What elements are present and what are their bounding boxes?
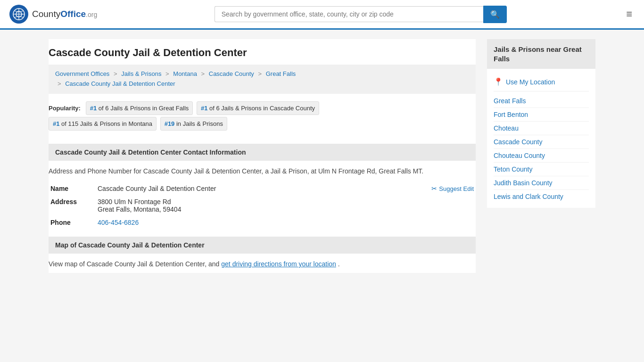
sidebar: Jails & Prisons near Great Falls 📍 Use M… [487, 39, 595, 273]
map-desc-start: View map of Cascade County Jail & Detent… [49, 260, 221, 268]
map-description: View map of Cascade County Jail & Detent… [49, 254, 476, 273]
breadcrumb: Government Offices > Jails & Prisons > M… [49, 65, 476, 94]
popularity-section: Popularity: #1 of 6 Jails & Prisons in G… [49, 94, 476, 137]
breadcrumb-sep-3: > [201, 70, 205, 77]
sidebar-link-teton-county[interactable]: Teton County [494, 163, 589, 176]
hamburger-icon: ≡ [626, 8, 632, 20]
popularity-label: Popularity: [49, 105, 81, 112]
name-label: Name [49, 182, 96, 195]
sidebar-link-great-falls[interactable]: Great Falls [494, 94, 589, 108]
page-title: Cascade County Jail & Detention Center [49, 39, 476, 65]
name-value: Cascade County Jail & Detention Center [96, 182, 372, 195]
sidebar-title: Jails & Prisons near Great Falls [487, 39, 595, 69]
popularity-badge-1: #1 of 6 Jails & Prisons in Great Falls [86, 101, 193, 115]
sidebar-content: 📍 Use My Location Great Falls Fort Bento… [487, 69, 595, 208]
logo-text: CountyOffice.org [32, 9, 97, 19]
breadcrumb-link-great-falls[interactable]: Great Falls [266, 70, 296, 77]
content-area: Cascade County Jail & Detention Center G… [49, 39, 476, 273]
sidebar-link-choteau[interactable]: Choteau [494, 122, 589, 135]
map-desc-end: . [338, 260, 340, 268]
address-label: Address [49, 195, 96, 216]
sidebar-link-lewis-clark-county[interactable]: Lewis and Clark County [494, 190, 589, 203]
logo-area: CountyOffice.org [9, 5, 97, 24]
search-area: 🔍 [215, 6, 507, 23]
contact-description: Address and Phone Number for Cascade Cou… [49, 161, 476, 180]
search-input[interactable] [215, 6, 483, 22]
popularity-badge-3: #1 of 115 Jails & Prisons in Montana [49, 117, 157, 131]
popularity-badge-4: #19 in Jails & Prisons [160, 117, 227, 131]
search-icon: 🔍 [490, 10, 500, 18]
driving-directions-link[interactable]: get driving directions from your locatio… [221, 260, 336, 268]
breadcrumb-sep-4: > [258, 70, 262, 77]
breadcrumb-link-current[interactable]: Cascade County Jail & Detention Center [65, 80, 175, 87]
use-my-location-link[interactable]: 📍 Use My Location [494, 74, 589, 91]
map-section-header: Map of Cascade County Jail & Detention C… [49, 237, 476, 254]
sidebar-link-fort-benton[interactable]: Fort Benton [494, 108, 589, 122]
breadcrumb-link-jails[interactable]: Jails & Prisons [121, 70, 161, 77]
main-container: Cascade County Jail & Detention Center G… [39, 30, 605, 282]
site-header: CountyOffice.org 🔍 ≡ [0, 0, 644, 30]
suggest-edit-cell: ✂Suggest Edit [372, 182, 476, 229]
breadcrumb-indent: > [58, 80, 61, 87]
breadcrumb-link-gov-offices[interactable]: Government Offices [55, 70, 109, 77]
table-row-name: Name Cascade County Jail & Detention Cen… [49, 182, 476, 195]
search-button[interactable]: 🔍 [483, 6, 507, 23]
sidebar-link-chouteau-county[interactable]: Chouteau County [494, 149, 589, 163]
sidebar-link-cascade-county[interactable]: Cascade County [494, 135, 589, 149]
phone-link[interactable]: 406-454-6826 [98, 219, 139, 226]
use-location-label: Use My Location [506, 78, 555, 86]
location-icon: 📍 [494, 77, 503, 86]
phone-value: 406-454-6826 [96, 216, 372, 229]
breadcrumb-link-cascade[interactable]: Cascade County [209, 70, 254, 77]
contact-section-header: Cascade County Jail & Detention Center C… [49, 144, 476, 161]
sidebar-link-judith-basin-county[interactable]: Judith Basin County [494, 176, 589, 190]
suggest-edit-link[interactable]: ✂Suggest Edit [431, 185, 474, 192]
breadcrumb-link-montana[interactable]: Montana [173, 70, 197, 77]
menu-button[interactable]: ≡ [624, 6, 635, 23]
contact-table: Name Cascade County Jail & Detention Cen… [49, 182, 476, 229]
breadcrumb-sep-2: > [165, 70, 169, 77]
breadcrumb-sep: > [114, 70, 117, 77]
sidebar-box: Jails & Prisons near Great Falls 📍 Use M… [487, 39, 595, 208]
address-value: 3800 Ulm N Frontage Rd Great Falls, Mont… [96, 195, 372, 216]
phone-label: Phone [49, 216, 96, 229]
popularity-badge-2: #1 of 6 Jails & Prisons in Cascade Count… [197, 101, 319, 115]
edit-icon: ✂ [431, 185, 437, 192]
logo-icon [9, 5, 28, 24]
